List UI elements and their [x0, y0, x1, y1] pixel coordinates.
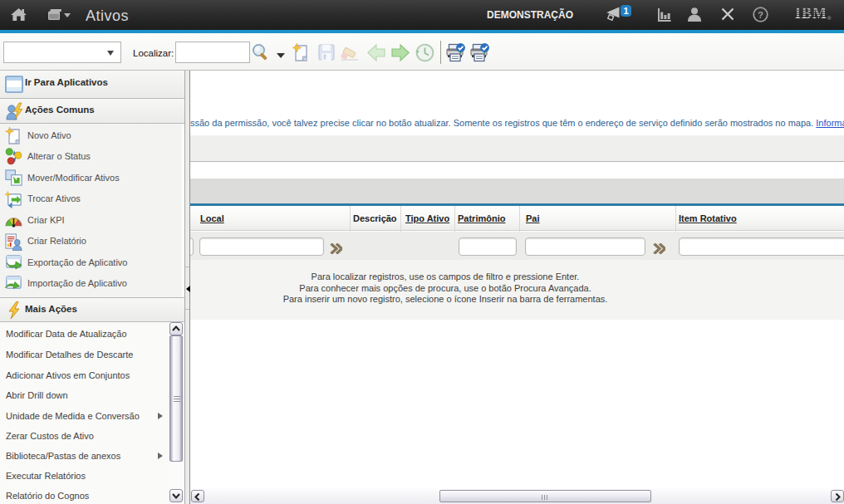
svg-text:?: ?	[758, 10, 763, 20]
svg-text:®: ®	[827, 16, 832, 21]
svg-text:IBM: IBM	[795, 5, 827, 21]
